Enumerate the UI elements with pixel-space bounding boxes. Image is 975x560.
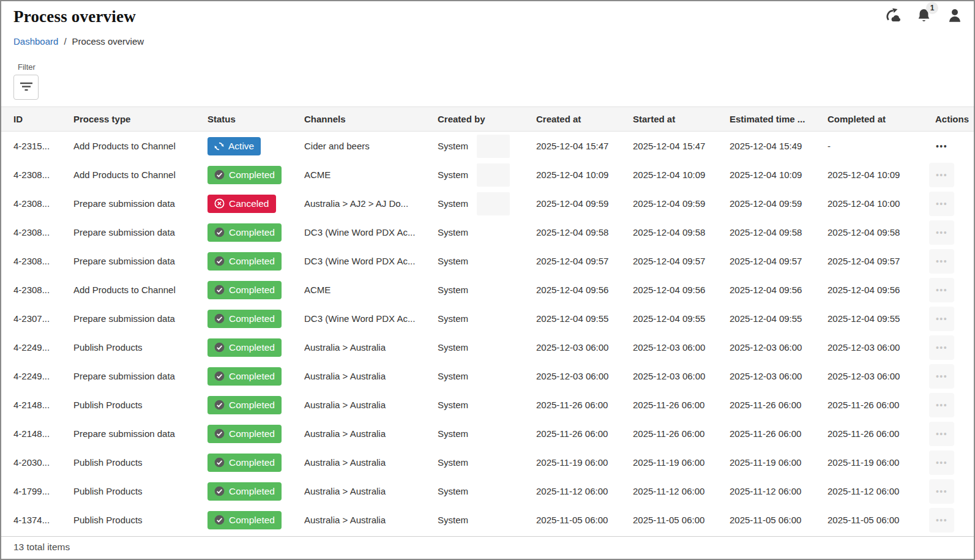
status-badge: Completed <box>207 482 282 501</box>
row-actions-button[interactable]: ••• <box>929 450 954 475</box>
cell-channels: Cider and beers <box>304 141 438 151</box>
row-actions-button[interactable]: ••• <box>929 278 954 302</box>
cell-created-by: System <box>438 227 536 237</box>
user-menu-button[interactable] <box>946 6 964 24</box>
status-badge-label: Completed <box>229 515 275 526</box>
cell-started-at: 2025-12-03 06:00 <box>633 371 730 381</box>
cell-started-at: 2025-11-26 06:00 <box>633 428 730 439</box>
status-badge-label: Completed <box>229 313 275 324</box>
cell-created-at: 2025-11-05 06:00 <box>536 515 633 525</box>
status-badge: Completed <box>207 511 282 529</box>
cell-created-at: 2025-11-12 06:00 <box>536 486 633 496</box>
status-badge-label: Completed <box>229 428 275 439</box>
row-actions-button[interactable]: ••• <box>929 479 954 504</box>
filter-button[interactable] <box>13 75 39 100</box>
row-actions-button[interactable]: ••• <box>929 335 954 360</box>
cell-completed-at: 2025-12-03 06:00 <box>827 371 924 381</box>
status-badge-label: Completed <box>229 285 275 296</box>
row-actions-button[interactable]: ••• <box>929 192 954 216</box>
row-actions-button[interactable]: ••• <box>929 364 954 389</box>
cell-status: Completed <box>207 281 304 299</box>
breadcrumb-dashboard-link[interactable]: Dashboard <box>13 36 58 47</box>
cell-estimated-time: 2025-12-03 06:00 <box>730 371 827 381</box>
cell-started-at: 2025-12-04 09:58 <box>633 227 730 237</box>
cell-status: Completed <box>207 223 304 242</box>
table-footer: 13 total items <box>1 536 974 559</box>
ellipsis-icon: ••• <box>936 228 947 237</box>
row-actions-button[interactable]: ••• <box>929 163 954 187</box>
cell-estimated-time: 2025-11-19 06:00 <box>730 457 827 468</box>
cell-started-at: 2025-11-19 06:00 <box>633 457 730 468</box>
cell-started-at: 2025-11-12 06:00 <box>633 486 730 496</box>
created-by-label: System <box>438 256 468 266</box>
row-actions-button[interactable]: ••• <box>929 134 954 159</box>
created-by-label: System <box>438 342 468 353</box>
row-actions-button[interactable]: ••• <box>929 422 954 446</box>
check-circle-icon <box>214 285 225 295</box>
cell-created-at: 2025-12-04 09:55 <box>536 313 633 324</box>
table-row: 4-2308...Add Products to ChannelComplete… <box>1 160 974 189</box>
table-row: 4-2148...Prepare submission dataComplete… <box>1 419 974 448</box>
cell-created-by: System <box>438 163 536 187</box>
cell-completed-at: 2025-12-03 06:00 <box>827 342 924 353</box>
status-badge-label: Active <box>228 141 254 152</box>
sync-cloud-icon <box>884 7 901 24</box>
row-actions-button[interactable]: ••• <box>929 508 954 532</box>
cell-status: Completed <box>207 425 304 443</box>
cell-created-by: System <box>438 285 536 295</box>
row-actions-button[interactable]: ••• <box>929 307 954 331</box>
row-actions-button[interactable]: ••• <box>929 249 954 274</box>
check-circle-icon <box>214 457 225 468</box>
breadcrumb-current: Process overview <box>72 36 144 47</box>
loading-placeholder <box>477 192 510 215</box>
ellipsis-icon: ••• <box>936 200 947 208</box>
row-actions-button[interactable]: ••• <box>929 220 954 245</box>
cell-created-at: 2025-12-04 10:09 <box>536 170 633 180</box>
cell-channels: ACME <box>304 285 438 295</box>
cell-id: 4-2308... <box>13 285 73 295</box>
cell-created-by: System <box>438 400 536 410</box>
cell-completed-at: 2025-11-26 06:00 <box>827 400 924 410</box>
table-row: 4-2249...Publish ProductsCompletedAustra… <box>1 333 974 362</box>
ellipsis-icon: ••• <box>936 171 947 179</box>
check-circle-icon <box>214 313 225 324</box>
cell-channels: Australia > Australia <box>304 428 438 439</box>
check-circle-icon <box>214 428 225 439</box>
breadcrumb-separator: / <box>64 36 66 47</box>
cell-estimated-time: 2025-12-04 10:09 <box>730 170 827 180</box>
cell-actions: ••• <box>924 479 974 504</box>
cell-started-at: 2025-12-04 09:55 <box>633 313 730 324</box>
cell-actions: ••• <box>924 393 974 417</box>
cell-status: Completed <box>207 396 304 414</box>
cell-actions: ••• <box>924 249 974 274</box>
cell-started-at: 2025-11-05 06:00 <box>633 515 730 525</box>
cell-completed-at: 2025-11-05 06:00 <box>827 515 924 525</box>
ellipsis-icon: ••• <box>936 401 947 409</box>
table-row: 4-2030...Publish ProductsCompletedAustra… <box>1 448 974 477</box>
cell-process-type: Add Products to Channel <box>73 285 207 295</box>
check-circle-icon <box>214 256 225 266</box>
row-actions-button[interactable]: ••• <box>929 393 954 417</box>
cell-id: 4-2308... <box>13 256 73 266</box>
column-header-completed-at: Completed at <box>827 114 924 124</box>
sync-cloud-button[interactable] <box>883 6 902 26</box>
ellipsis-icon: ••• <box>936 372 947 381</box>
ellipsis-icon: ••• <box>936 458 947 467</box>
cell-channels: Australia > Australia <box>304 486 438 496</box>
ellipsis-icon: ••• <box>936 257 947 266</box>
cell-process-type: Prepare submission data <box>73 227 207 237</box>
cell-created-at: 2025-12-04 09:57 <box>536 256 633 266</box>
cell-channels: Australia > Australia <box>304 371 438 381</box>
process-overview-page: Process overview 1 <box>0 0 975 560</box>
process-table: IDProcess typeStatusChannelsCreated byCr… <box>1 106 974 534</box>
cell-completed-at: 2025-11-26 06:00 <box>827 428 924 439</box>
status-badge: Completed <box>207 338 282 357</box>
column-header-created-at: Created at <box>536 114 633 124</box>
check-circle-icon <box>214 342 225 353</box>
status-badge-label: Completed <box>229 227 275 238</box>
notifications-button[interactable]: 1 <box>914 6 933 25</box>
ellipsis-icon: ••• <box>936 343 947 352</box>
cell-actions: ••• <box>924 450 974 475</box>
column-header-status: Status <box>207 114 304 124</box>
cell-completed-at: 2025-12-04 09:57 <box>827 256 924 266</box>
